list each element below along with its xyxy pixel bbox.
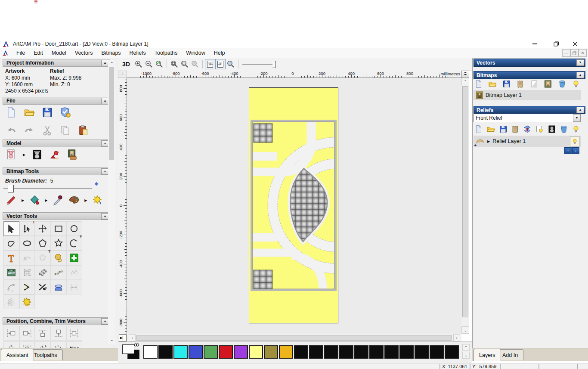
greyscale-model-icon[interactable] [30, 148, 44, 161]
menu-file[interactable]: File [12, 49, 29, 57]
merge-relief-icon[interactable] [522, 124, 532, 134]
paint-brush-icon[interactable] [4, 194, 18, 207]
offset-vector-tool[interactable]: Ŧ [35, 251, 51, 265]
wrap-text-curve-tool[interactable] [19, 251, 35, 265]
undo-arrow-icon[interactable] [4, 124, 18, 137]
texture-relief-icon[interactable] [510, 124, 520, 134]
model-wizard-icon[interactable] [59, 106, 72, 119]
magic-wand-icon[interactable] [90, 194, 104, 207]
simplify-vectors-tool[interactable] [66, 265, 82, 280]
cut-scissors-icon[interactable] [40, 124, 54, 137]
palette-swatch[interactable] [264, 345, 278, 359]
assistant-scrollbar-thumb[interactable] [109, 67, 114, 160]
minimize-button[interactable] [526, 39, 543, 49]
tab-assistant[interactable]: Assistant [1, 349, 34, 361]
fit-arcs-tool[interactable] [3, 280, 19, 295]
preview-bulb-icon[interactable] [534, 124, 545, 134]
vector-doctor-tool[interactable] [19, 295, 35, 309]
open-folder-icon[interactable] [487, 79, 498, 89]
combo-dropdown-icon[interactable]: ▼ [573, 114, 581, 122]
fit-nodes-tool[interactable] [51, 265, 67, 280]
zoom-previous-icon[interactable] [154, 59, 164, 69]
palette-swatch[interactable] [143, 345, 158, 359]
light-lamp-icon[interactable] [48, 148, 62, 161]
bitmap-tools-header[interactable]: Bitmap Tools ▲ [3, 167, 110, 175]
zoom-objects-icon[interactable] [179, 59, 190, 69]
canvas-hscrollbar-thumb[interactable] [136, 335, 452, 341]
canvas-vscrollbar-thumb[interactable] [462, 86, 468, 317]
assistant-scrollbar[interactable]: ⌃ ⌄ [108, 60, 115, 344]
units-dropdown-button[interactable] [461, 71, 469, 78]
preview-magnifier-icon[interactable] [226, 59, 236, 69]
colour-picker-icon[interactable] [51, 194, 65, 207]
mdi-minimize-button[interactable]: — [562, 49, 570, 57]
align-centre-h-tool[interactable] [66, 326, 82, 341]
palette-swatch[interactable] [249, 345, 263, 359]
palette-swatch[interactable] [279, 345, 293, 359]
restore-button[interactable] [548, 39, 565, 49]
visibility-bulb-icon[interactable] [571, 124, 581, 134]
move-layer-up-button[interactable]: ↑ [564, 147, 572, 154]
relief-selector-combo[interactable]: Front Relief ▼ [473, 114, 581, 122]
measure-tool-tool[interactable] [51, 251, 67, 265]
delete-trash-icon[interactable] [557, 79, 567, 89]
vector-tools-header[interactable]: Vector Tools ▲ [3, 212, 110, 220]
3d-view-button[interactable]: 3D [122, 61, 130, 68]
page-flip-button[interactable]: ▶▏ [119, 334, 127, 341]
file-section-header[interactable]: File ▲ [3, 97, 110, 105]
align-right-tool[interactable] [19, 326, 35, 341]
model-sketch-icon[interactable] [4, 148, 18, 161]
zoom-page-icon[interactable] [169, 59, 179, 69]
new-layer-icon[interactable] [473, 79, 484, 89]
relief-visibility-button[interactable] [570, 136, 579, 146]
scroll-up-icon[interactable]: ⌃ [108, 61, 115, 67]
mdi-close-button[interactable]: ✕ [579, 49, 587, 57]
centre-in-page-tool[interactable] [19, 341, 35, 348]
scroll-down-icon[interactable]: ⌄ [461, 326, 469, 334]
tab-layers[interactable]: Layers [473, 349, 501, 361]
menu-bitmaps[interactable]: Bitmaps [97, 49, 125, 57]
blank-layer-icon[interactable] [529, 79, 539, 89]
reliefs-section-header[interactable]: Reliefs ▲ [473, 106, 585, 114]
palette-swatch[interactable] [294, 345, 308, 359]
copy-pages-icon[interactable] [59, 124, 72, 137]
palette-swatch[interactable] [189, 345, 203, 359]
new-layer-icon[interactable] [473, 124, 484, 134]
palette-swatch[interactable] [415, 345, 429, 359]
fillet-tool-tool[interactable] [51, 280, 67, 295]
create-text-tool[interactable] [3, 251, 19, 265]
zoom-in-icon[interactable] [133, 59, 144, 69]
create-ellipse-tool[interactable] [19, 236, 35, 251]
palette-swatch[interactable] [234, 345, 248, 359]
palette-swatch[interactable] [354, 345, 368, 359]
align-bottom-tool[interactable] [51, 326, 67, 341]
create-arc-tool[interactable]: Ŧ [66, 236, 82, 251]
trim-vectors-tool[interactable] [35, 280, 51, 295]
create-star-tool[interactable] [51, 236, 67, 251]
palette-swatch[interactable] [339, 345, 353, 359]
palette-swatch[interactable] [445, 345, 459, 359]
flood-fill-icon[interactable] [28, 194, 41, 207]
palette-swatch[interactable] [430, 345, 444, 359]
canvas-hscrollbar[interactable]: ‹ › [127, 334, 461, 341]
scroll-down-icon[interactable]: ⌄ [108, 337, 115, 342]
view-previous-icon[interactable] [205, 59, 215, 69]
palette-swatch[interactable] [309, 345, 323, 359]
flyout-arrow-icon[interactable]: ▶ [22, 198, 24, 202]
paste-clipboard-icon[interactable] [77, 124, 90, 137]
zoom-out-icon[interactable] [144, 59, 154, 69]
save-floppy-icon[interactable] [501, 79, 512, 89]
delete-trash-icon[interactable] [559, 124, 569, 134]
distort-grid-tool[interactable] [19, 265, 35, 280]
link-colours-icon[interactable] [133, 343, 139, 347]
move-layer-down-button[interactable]: ↓ [572, 147, 579, 154]
palette-scroll-up-icon[interactable]: ⌃ [462, 344, 470, 351]
palette-swatch[interactable] [173, 345, 188, 359]
create-circle-tool[interactable] [66, 221, 82, 236]
brush-slider-track[interactable] [3, 188, 92, 189]
collapse-icon[interactable]: ▲ [576, 72, 584, 78]
menu-toolpaths[interactable]: Toolpaths [150, 49, 182, 57]
tear-off-pin-icon[interactable]: Ŧ [80, 235, 82, 239]
brush-slider-handle[interactable] [8, 185, 14, 192]
save-floppy-icon[interactable] [498, 124, 508, 134]
